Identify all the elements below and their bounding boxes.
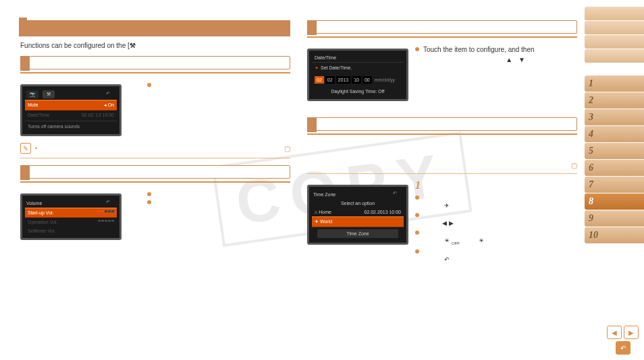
note-dot: • bbox=[35, 145, 37, 152]
section-volume bbox=[20, 165, 290, 179]
lcd-timezone: Time Zone ↶ Select an option ⌂ Home 02.0… bbox=[307, 185, 408, 245]
date-value-dim: 02.02.'13 10:00 bbox=[82, 113, 114, 117]
tab-7[interactable]: 7 bbox=[585, 177, 644, 193]
startup-vol-label: Start-up Vol. bbox=[28, 210, 54, 215]
sun-on-icon: ☀ bbox=[477, 237, 486, 244]
section-timezone bbox=[307, 117, 577, 131]
pencil-icon: ✎ bbox=[20, 143, 31, 154]
book-icon: ▢ bbox=[571, 162, 577, 169]
bullet-dot bbox=[415, 196, 419, 200]
bullet-dot bbox=[415, 249, 419, 253]
set-datetime-label: Set Date/Time. bbox=[321, 65, 352, 70]
volume-bars bbox=[98, 210, 114, 215]
config-text: Touch the item to configure, and then bbox=[423, 46, 535, 53]
intro-text: Functions can be configured on the [⚒ bbox=[20, 42, 290, 49]
timezone-button: Time Zone bbox=[317, 229, 398, 238]
date-day: 02 bbox=[325, 76, 335, 84]
right-column: Date/Time ✦Set Date/Time. 02 02 2013 10 … bbox=[307, 20, 577, 266]
home-label: Home bbox=[319, 210, 331, 214]
tab-4[interactable]: 4 bbox=[585, 126, 644, 142]
sun-off-icon: ☀ bbox=[442, 237, 452, 244]
tab-blank[interactable] bbox=[585, 21, 644, 34]
section-datetime bbox=[307, 20, 577, 34]
lcd-volume: Volume ↶ Start-up Vol. Operation Vol. Se… bbox=[20, 193, 122, 240]
tools-icon: ⚒ bbox=[130, 42, 136, 49]
arrows-updown: ▲ ▼ bbox=[456, 56, 577, 63]
bullet-dot bbox=[415, 213, 419, 217]
datetime-title: Date/Time bbox=[315, 55, 336, 60]
bullet-dot bbox=[415, 231, 419, 235]
tab-10[interactable]: 10 bbox=[585, 227, 644, 243]
arrows-lr: ◀ ▶ bbox=[442, 220, 454, 227]
self-vol-label: Selftimer Vol. bbox=[28, 229, 55, 233]
date-label-dim: Date/Time bbox=[28, 113, 49, 117]
date-year: 2013 bbox=[336, 76, 351, 84]
tab-8[interactable]: 8 bbox=[585, 193, 644, 210]
star-icon: ✦ bbox=[315, 65, 319, 70]
next-page-button[interactable]: ▶ bbox=[624, 326, 639, 339]
chapter-tabs: 1 2 3 4 5 6 7 8 9 10 bbox=[585, 7, 644, 244]
timezone-title: Time Zone bbox=[313, 192, 336, 197]
tab-6[interactable]: 6 bbox=[585, 160, 644, 176]
return-inline-icon: ↶ bbox=[442, 256, 452, 263]
home-value: 02.02.2013 10:00 bbox=[365, 210, 402, 214]
tab-blank[interactable] bbox=[585, 7, 644, 20]
dst-label: Daylight Saving Time: Off bbox=[312, 86, 404, 96]
op-vol-label: Operation Vol. bbox=[28, 220, 57, 224]
select-option-label: Select an option bbox=[312, 199, 404, 208]
bullet-dot bbox=[147, 192, 151, 196]
bullet-dot bbox=[147, 83, 151, 87]
bullet-dot bbox=[415, 47, 419, 51]
lcd-mute-footer: Turns off camera sounds bbox=[25, 121, 117, 131]
left-column: Functions can be configured on the [⚒ 📷 … bbox=[20, 20, 290, 240]
book-icon: ▢ bbox=[284, 145, 290, 152]
tab-3[interactable]: 3 bbox=[585, 109, 644, 125]
lcd-datetime: Date/Time ✦Set Date/Time. 02 02 2013 10 … bbox=[307, 49, 408, 101]
mute-value: ◂ On bbox=[104, 102, 114, 108]
tab-blank[interactable] bbox=[585, 49, 644, 63]
world-label: World bbox=[320, 219, 332, 224]
prev-page-button[interactable]: ◀ bbox=[607, 326, 622, 339]
home-icon: ⌂ bbox=[315, 210, 317, 214]
world-icon: ✈ bbox=[315, 219, 319, 224]
plane-icon: ✈ bbox=[442, 202, 452, 209]
date-month: 02 bbox=[315, 76, 324, 84]
bullet-dot bbox=[147, 200, 151, 204]
intro-text-span: Functions can be configured on the [ bbox=[20, 42, 130, 49]
tab-9[interactable]: 9 bbox=[585, 210, 644, 227]
back-icon: ↶ bbox=[106, 200, 115, 206]
page-nav: ◀ ▶ ↶ bbox=[607, 326, 639, 355]
tab-2[interactable]: 2 bbox=[585, 92, 644, 109]
main-section-bar bbox=[20, 20, 290, 36]
return-button[interactable]: ↶ bbox=[616, 341, 630, 355]
tab-1[interactable]: 1 bbox=[585, 76, 644, 92]
volume-title: Volume bbox=[26, 201, 42, 206]
back-icon: ↶ bbox=[106, 91, 115, 98]
date-min: 00 bbox=[363, 76, 372, 84]
lcd-mute: 📷 ⚒ ↶ Mute ◂ On Date/Time 02.02.'13 10:0… bbox=[20, 84, 122, 136]
step-1-number: 1 bbox=[415, 179, 577, 191]
back-icon: ↶ bbox=[393, 191, 402, 198]
tools-tab-icon: ⚒ bbox=[43, 90, 55, 98]
mute-label: Mute bbox=[28, 102, 38, 108]
date-format: mm/dd/yy bbox=[375, 78, 395, 82]
section-mute bbox=[20, 56, 290, 69]
camera-tab-icon: 📷 bbox=[26, 90, 38, 98]
tab-blank[interactable] bbox=[585, 35, 644, 49]
date-hour: 10 bbox=[352, 76, 361, 84]
tab-5[interactable]: 5 bbox=[585, 143, 644, 159]
